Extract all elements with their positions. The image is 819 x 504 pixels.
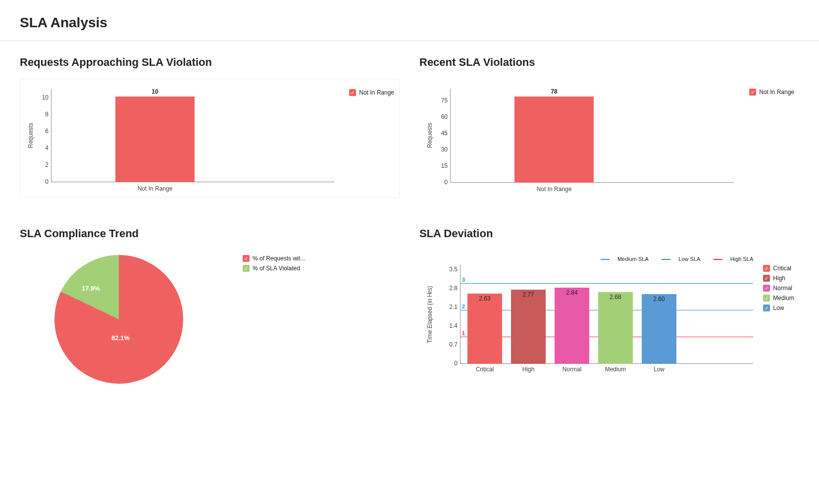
legend-compliance: ✓ % of Requests wit… ✓ % of SLA Violated: [243, 255, 306, 384]
panel-title-deviation: SLA Deviation: [419, 227, 799, 240]
xtick: Medium: [605, 366, 626, 373]
bar-recent[interactable]: [514, 97, 594, 183]
check-icon: ✓: [749, 89, 756, 96]
page-title: SLA Analysis: [0, 0, 819, 41]
legend-item[interactable]: ✓ Not In Range: [349, 89, 394, 96]
ytick: 4: [39, 145, 49, 151]
ytick: 2: [39, 161, 49, 168]
bar-value-recent: 78: [551, 88, 557, 95]
check-icon: ✓: [243, 265, 250, 272]
ref-legend-label: Low SLA: [678, 256, 700, 262]
xtick-approaching: Not In Range: [138, 185, 173, 192]
legend-item[interactable]: ✓Low: [763, 304, 794, 311]
ytick: 3.5: [445, 266, 458, 273]
legend-item[interactable]: ✓ % of SLA Violated: [243, 265, 306, 272]
bar-critical[interactable]: [467, 294, 502, 364]
bar-medium[interactable]: [598, 292, 633, 364]
legend-label: Medium: [773, 295, 794, 302]
check-icon: ✓: [243, 255, 250, 262]
ref-legend-label: Medium SLA: [617, 256, 648, 262]
bar-value: 2.60: [653, 296, 665, 302]
ytick: 0: [445, 360, 458, 367]
bar-low[interactable]: [642, 294, 676, 364]
panel-compliance: SLA Compliance Trend 82.1% 17.9% ✓ % of …: [20, 227, 400, 389]
ytick: 60: [438, 113, 448, 120]
panel-title-compliance: SLA Compliance Trend: [20, 227, 400, 240]
xtick: Critical: [476, 366, 494, 373]
ytick: 10: [39, 94, 49, 101]
ytick: 15: [438, 162, 448, 169]
ytick: 2.8: [445, 285, 458, 292]
legend-label: Normal: [773, 285, 792, 292]
legend-label: High: [773, 275, 785, 282]
ytick: 0.7: [445, 341, 458, 348]
legend-label: % of SLA Violated: [253, 265, 300, 272]
dashboard-grid: Requests Approaching SLA Violation Reque…: [0, 41, 819, 403]
ytick: 8: [39, 111, 49, 118]
ylabel-deviation: Time Elapsed (in Hrs): [424, 265, 435, 364]
xtick-recent: Not In Range: [537, 186, 572, 193]
check-icon: ✓: [763, 275, 770, 282]
legend-item[interactable]: ✓ Not In Range: [749, 89, 794, 96]
panel-deviation: SLA Deviation Time Elapsed (in Hrs) Medi…: [419, 227, 799, 389]
legend-approaching: ✓ Not In Range: [349, 89, 394, 182]
legend-item[interactable]: ✓Critical: [763, 265, 794, 272]
ref-label-medium: 2: [462, 303, 465, 309]
ytick: 6: [39, 128, 49, 135]
check-icon: ✓: [349, 89, 356, 96]
check-icon: ✓: [763, 304, 770, 311]
bar-value: 2.63: [479, 295, 490, 302]
ytick: 0: [39, 178, 49, 185]
bar-normal[interactable]: [555, 288, 589, 364]
ytick: 1.4: [445, 322, 458, 329]
legend-item[interactable]: ✓High: [763, 275, 794, 282]
check-icon: ✓: [763, 295, 770, 302]
xtick: Normal: [563, 366, 582, 373]
xtick: Low: [654, 366, 665, 373]
legend-label: Not In Range: [759, 89, 794, 96]
legend-label: % of Requests wit…: [253, 255, 306, 262]
panel-recent: Recent SLA Violations Requests 0 15 30 4…: [419, 56, 799, 198]
ref-label-high: 1: [462, 330, 465, 336]
check-icon: ✓: [763, 265, 770, 272]
ytick: 30: [438, 146, 448, 153]
legend-label: Not In Range: [359, 89, 394, 96]
ytick: 0: [438, 179, 448, 186]
bar-value: 2.77: [522, 291, 534, 298]
legend-deviation: ✓Critical ✓High ✓Normal ✓Medium ✓Low: [763, 265, 794, 364]
legend-item[interactable]: ✓Medium: [763, 295, 794, 302]
legend-item[interactable]: ✓Normal: [763, 285, 794, 292]
ref-line-low: [460, 283, 753, 284]
ytick: 45: [438, 130, 448, 137]
ytick: 2.1: [445, 303, 458, 310]
panel-title-approaching: Requests Approaching SLA Violation: [20, 56, 400, 69]
legend-recent: ✓ Not In Range: [749, 89, 794, 183]
bar-value: 2.84: [566, 289, 577, 296]
panel-approaching: Requests Approaching SLA Violation Reque…: [20, 56, 400, 198]
pie-chart[interactable]: 82.1% 17.9%: [54, 255, 183, 384]
ytick: 75: [438, 97, 448, 104]
pie-body: [54, 255, 183, 384]
legend-label: Critical: [773, 265, 791, 272]
ylabel-approaching: Requests: [25, 89, 36, 182]
pie-label-small: 17.9%: [82, 285, 100, 292]
legend-item[interactable]: ✓ % of Requests wit…: [243, 255, 306, 262]
bar-value: 2.68: [610, 294, 621, 301]
ref-label-low: 3: [462, 277, 465, 283]
panel-title-recent: Recent SLA Violations: [419, 56, 799, 69]
pie-label-big: 82.1%: [111, 334, 130, 342]
ylabel-recent: Requests: [424, 89, 435, 183]
bar-approaching[interactable]: [115, 97, 195, 182]
ref-legend-label: High SLA: [730, 256, 753, 262]
bar-value-approaching: 10: [152, 88, 158, 95]
check-icon: ✓: [763, 285, 770, 292]
xtick: High: [522, 366, 535, 373]
ref-line-legend: Medium SLA Low SLA High SLA: [589, 256, 753, 262]
bar-high[interactable]: [511, 290, 546, 364]
legend-label: Low: [773, 304, 784, 311]
